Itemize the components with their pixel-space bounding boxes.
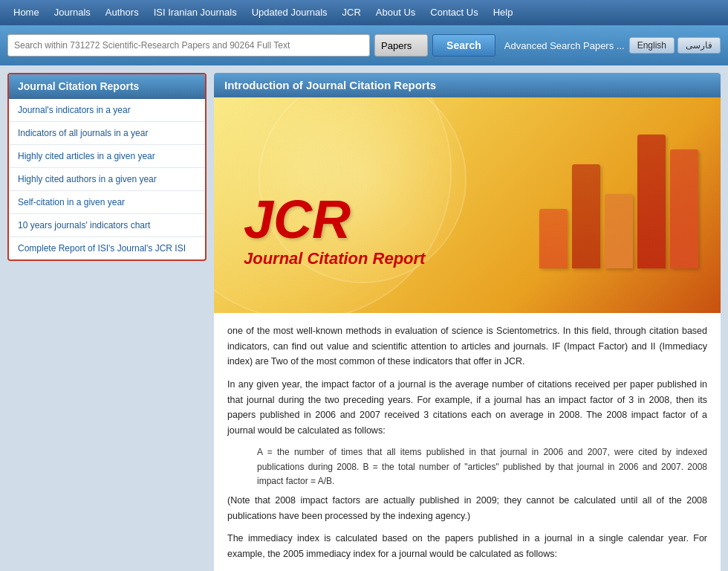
main-layout: Journal Citation Reports Journal's indic… — [0, 65, 728, 571]
lang-english-button[interactable]: English — [629, 37, 675, 54]
advanced-search-link[interactable]: Advanced Search Papers ... — [504, 40, 625, 51]
language-switcher: English فارسی — [629, 37, 721, 54]
bar-0 — [539, 209, 568, 268]
sidebar-title: Journal Citation Reports — [9, 74, 205, 99]
nav-item-help[interactable]: Help — [486, 0, 521, 25]
bar-2 — [605, 194, 633, 268]
lang-farsi-button[interactable]: فارسی — [677, 37, 721, 54]
jcr-banner: JCR Journal Citation Report — [214, 97, 721, 313]
para-1: In any given year, the impact factor of … — [227, 377, 707, 439]
search-button[interactable]: Search — [432, 34, 495, 57]
para-3: (Note that 2008 impact factors are actua… — [227, 493, 707, 523]
search-type-select[interactable]: Papers — [374, 34, 428, 57]
para-0: one of the most well-known methods in ev… — [227, 323, 707, 370]
sidebar-item-2[interactable]: Highly cited articles in a given year — [9, 145, 205, 168]
text-content: one of the most well-known methods in ev… — [214, 313, 721, 571]
sidebar-item-5[interactable]: 10 years journals' indicators chart — [9, 214, 205, 237]
nav-item-updated-journals[interactable]: Updated Journals — [244, 0, 335, 25]
nav-item-about-us[interactable]: About Us — [368, 0, 423, 25]
navbar: HomeJournalsAuthorsISI Iranian JournalsU… — [0, 0, 728, 25]
nav-item-contact-us[interactable]: Contact Us — [423, 0, 485, 25]
jcr-logo-text: JCR — [244, 193, 425, 246]
nav-item-jcr[interactable]: JCR — [335, 0, 368, 25]
bar-4 — [670, 149, 698, 268]
content-header: Introduction of Journal Citation Reports — [214, 73, 721, 97]
sidebar-item-0[interactable]: Journal's indicators in a year — [9, 99, 205, 122]
bar-chart — [539, 120, 698, 268]
para-4: The immediacy index is calculated based … — [227, 531, 707, 561]
content-area: Introduction of Journal Citation Reports… — [214, 73, 721, 571]
sidebar: Journal Citation Reports Journal's indic… — [7, 73, 207, 571]
nav-item-isi-iranian-journals[interactable]: ISI Iranian Journals — [146, 0, 244, 25]
sidebar-item-1[interactable]: Indicators of all journals in a year — [9, 122, 205, 145]
bar-1 — [572, 164, 600, 268]
nav-item-journals[interactable]: Journals — [47, 0, 98, 25]
search-input[interactable] — [7, 34, 370, 57]
sidebar-item-6[interactable]: Complete Report of ISI's Journal's JCR I… — [9, 237, 205, 259]
nav-item-authors[interactable]: Authors — [98, 0, 146, 25]
indent-block-0: A = the number of times that all items p… — [257, 445, 707, 488]
sidebar-item-4[interactable]: Self-citation in a given year — [9, 191, 205, 214]
searchbar: Papers Search Advanced Search Papers ...… — [0, 25, 728, 65]
bar-3 — [637, 135, 666, 268]
jcr-subtitle: Journal Citation Report — [244, 249, 425, 268]
nav-item-home[interactable]: Home — [6, 0, 47, 25]
jcr-text: JCR Journal Citation Report — [244, 193, 425, 268]
sidebar-item-3[interactable]: Highly cited authors in a given year — [9, 168, 205, 191]
sidebar-box: Journal Citation Reports Journal's indic… — [7, 73, 207, 261]
